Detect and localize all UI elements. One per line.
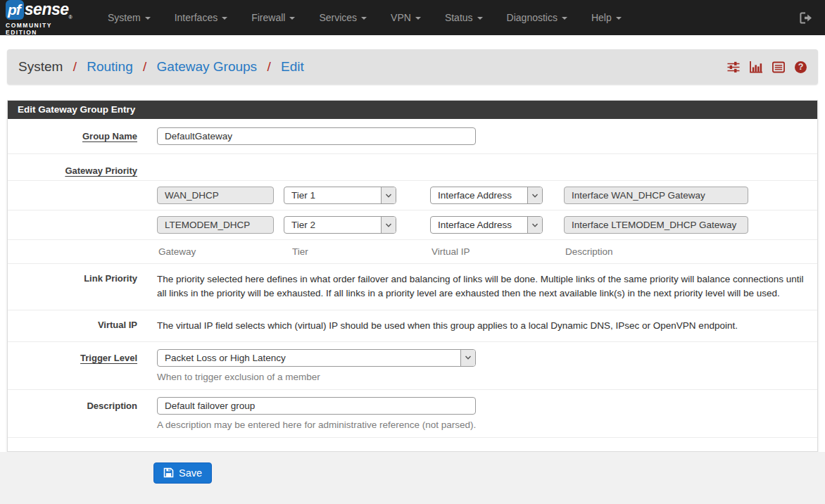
description-help: A description may be entered here for ad… bbox=[157, 420, 807, 430]
breadcrumb-edit[interactable]: Edit bbox=[281, 59, 304, 74]
caret-down-icon bbox=[415, 17, 421, 20]
pfsense-logo-pf: pf bbox=[6, 0, 24, 20]
caret-down-icon bbox=[222, 17, 227, 20]
caret-down-icon bbox=[616, 17, 622, 20]
column-label-description: Description bbox=[564, 246, 748, 257]
description-label: Description bbox=[8, 397, 137, 411]
caret-down-icon bbox=[289, 17, 295, 20]
column-label-tier: Tier bbox=[284, 246, 396, 257]
pfsense-logo[interactable]: pf sense ® COMMUNITY EDITION bbox=[6, 0, 84, 36]
panel-title: Edit Gateway Group Entry bbox=[8, 101, 817, 119]
chevron-down-icon bbox=[460, 350, 475, 366]
breadcrumb-bar: System / Routing / Gateway Groups / Edit bbox=[7, 49, 818, 84]
menu-system[interactable]: System bbox=[96, 0, 163, 35]
column-label-virtual-ip: Virtual IP bbox=[430, 246, 543, 257]
caret-down-icon bbox=[361, 17, 367, 20]
chevron-down-icon bbox=[527, 187, 542, 203]
registered-mark: ® bbox=[69, 15, 73, 20]
top-navbar: pf sense ® COMMUNITY EDITION System Inte… bbox=[0, 0, 825, 35]
page-footer-area: Save bbox=[0, 452, 825, 504]
save-button[interactable]: Save bbox=[153, 462, 212, 484]
gateway-description-input bbox=[564, 187, 748, 204]
menu-status[interactable]: Status bbox=[433, 0, 495, 35]
gateway-name-input bbox=[157, 187, 274, 204]
chevron-down-icon bbox=[527, 217, 542, 233]
menu-help[interactable]: Help bbox=[579, 0, 634, 35]
breadcrumb-system: System bbox=[18, 59, 63, 74]
gateway-priority-row: Tier 1 Interface Address bbox=[8, 181, 817, 210]
bar-chart-icon[interactable] bbox=[750, 61, 762, 73]
breadcrumb-routing[interactable]: Routing bbox=[87, 59, 133, 74]
caret-down-icon bbox=[145, 17, 151, 20]
main-menu: System Interfaces Firewall Services VPN … bbox=[96, 0, 786, 35]
pfsense-logo-sense: sense bbox=[25, 1, 69, 18]
breadcrumb-separator: / bbox=[73, 59, 77, 74]
menu-interfaces[interactable]: Interfaces bbox=[163, 0, 239, 35]
save-floppy-icon bbox=[163, 467, 174, 478]
breadcrumb-separator: / bbox=[143, 59, 146, 74]
community-edition-label: COMMUNITY EDITION bbox=[6, 22, 84, 36]
breadcrumb: System / Routing / Gateway Groups / Edit bbox=[18, 59, 727, 75]
tier-select[interactable]: Tier 1 bbox=[284, 187, 396, 204]
sliders-icon[interactable] bbox=[727, 61, 740, 73]
virtual-ip-select[interactable]: Interface Address bbox=[430, 187, 543, 204]
gateway-priority-column-labels: GatewayTierVirtual IPDescription bbox=[8, 240, 817, 264]
trigger-level-select[interactable]: Packet Loss or High Latency bbox=[157, 349, 476, 367]
panel-footer-spacer bbox=[8, 438, 817, 451]
breadcrumb-separator: / bbox=[267, 59, 270, 74]
column-label-gateway: Gateway bbox=[157, 246, 274, 257]
trigger-level-label: Trigger Level bbox=[8, 349, 137, 363]
menu-services[interactable]: Services bbox=[307, 0, 379, 35]
trigger-level-help: When to trigger exclusion of a member bbox=[157, 372, 807, 382]
sign-out-icon bbox=[799, 12, 812, 24]
caret-down-icon bbox=[562, 17, 567, 20]
list-icon[interactable] bbox=[772, 61, 785, 73]
tier-select[interactable]: Tier 2 bbox=[284, 216, 396, 234]
breadcrumb-gateway-groups[interactable]: Gateway Groups bbox=[157, 59, 258, 74]
gateway-name-input bbox=[157, 216, 274, 234]
group-name-input[interactable] bbox=[157, 127, 476, 145]
help-circle-icon[interactable]: ? bbox=[795, 61, 807, 73]
caret-down-icon bbox=[477, 17, 483, 20]
group-name-label: Group Name bbox=[8, 131, 137, 141]
gateway-description-input bbox=[564, 216, 748, 234]
logout-button[interactable] bbox=[786, 12, 825, 24]
gateway-priority-label: Gateway Priority bbox=[8, 165, 137, 176]
menu-vpn[interactable]: VPN bbox=[379, 0, 433, 35]
chevron-down-icon bbox=[381, 187, 396, 203]
gateway-priority-row: Tier 2 Interface Address bbox=[8, 210, 817, 240]
link-priority-description: The priority selected here defines in wh… bbox=[157, 272, 807, 301]
link-priority-label: Link Priority bbox=[8, 272, 137, 284]
menu-diagnostics[interactable]: Diagnostics bbox=[495, 0, 579, 35]
virtual-ip-description: The virtual IP field selects which (virt… bbox=[157, 319, 807, 333]
chevron-down-icon bbox=[381, 217, 396, 233]
virtual-ip-label: Virtual IP bbox=[8, 319, 137, 330]
menu-firewall[interactable]: Firewall bbox=[239, 0, 307, 35]
description-input[interactable] bbox=[157, 397, 476, 415]
edit-gateway-group-panel: Edit Gateway Group Entry Group Name Gate… bbox=[7, 100, 818, 452]
virtual-ip-select[interactable]: Interface Address bbox=[430, 216, 543, 234]
